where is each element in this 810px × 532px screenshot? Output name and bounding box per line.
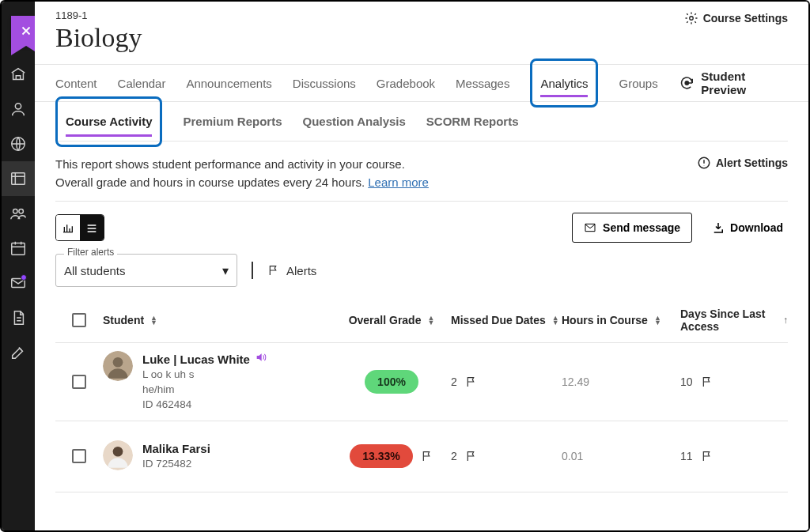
col-header-days[interactable]: Days Since Last Access ↑	[680, 308, 788, 333]
filter-legend: Filter alerts	[64, 247, 117, 258]
course-tabs: Content Calendar Announcements Discussio…	[35, 64, 808, 102]
download-label: Download	[730, 221, 783, 234]
send-message-button[interactable]: Send message	[572, 213, 692, 243]
flag-icon	[465, 375, 478, 388]
course-settings-button[interactable]: Course Settings	[684, 11, 788, 25]
learn-more-link[interactable]: Learn more	[368, 175, 429, 189]
table-row: Luke | Lucas White L oo k uh s he/him ID…	[55, 343, 788, 421]
svg-rect-2	[12, 173, 25, 185]
student-preview-button[interactable]: Student Preview	[679, 70, 788, 96]
vertical-divider	[252, 262, 253, 279]
subtab-course-activity[interactable]: Course Activity	[66, 102, 152, 141]
nav-institution-icon[interactable]	[2, 57, 35, 92]
nav-calendar-icon[interactable]	[2, 231, 35, 266]
missed-count: 2	[451, 450, 457, 462]
table-header-row: Student ▲▼ Overall Grade ▲▼ Missed Due D…	[55, 308, 788, 343]
tab-announcements[interactable]: Announcements	[186, 64, 271, 102]
tab-gradebook[interactable]: Gradebook	[377, 64, 435, 102]
analytics-subtabs: Course Activity Premium Reports Question…	[55, 102, 788, 141]
student-id: ID 725482	[142, 457, 210, 472]
tab-discussions[interactable]: Discussions	[293, 64, 356, 102]
chevron-down-icon: ▾	[222, 263, 229, 278]
nav-content-icon[interactable]	[2, 161, 35, 196]
filter-alerts-select[interactable]: Filter alerts All students ▾	[55, 254, 237, 287]
student-id: ID 462484	[142, 398, 267, 413]
avatar	[103, 351, 133, 381]
download-button[interactable]: Download	[706, 220, 788, 236]
gear-icon	[684, 11, 698, 25]
svg-point-13	[113, 447, 123, 457]
view-toggle	[55, 214, 104, 241]
nav-document-icon[interactable]	[2, 300, 35, 335]
nav-globe-icon[interactable]	[2, 126, 35, 161]
alerts-label: Alerts	[286, 264, 316, 277]
student-name[interactable]: Malika Farsi	[142, 440, 210, 457]
subtab-scorm-reports[interactable]: SCORM Reports	[426, 102, 519, 141]
alert-settings-label: Alert Settings	[716, 157, 788, 169]
col-header-missed[interactable]: Missed Due Dates ▲▼	[451, 314, 562, 326]
grade-pill: 100%	[365, 370, 418, 394]
nav-profile-icon[interactable]	[2, 92, 35, 126]
filter-value: All students	[64, 264, 126, 277]
svg-point-4	[19, 209, 23, 214]
svg-point-3	[13, 209, 17, 214]
highlight-analytics-tab: Analytics	[530, 58, 598, 108]
missed-count: 2	[451, 375, 457, 388]
svg-point-8	[685, 81, 688, 85]
alert-settings-button[interactable]: Alert Settings	[697, 156, 788, 170]
row-checkbox[interactable]	[72, 375, 86, 389]
view-chart-button[interactable]	[56, 215, 80, 241]
col-header-hours[interactable]: Hours in Course ▲▼	[562, 314, 680, 326]
pronunciation-icon[interactable]	[255, 351, 267, 368]
course-settings-label: Course Settings	[703, 12, 788, 25]
flag-icon	[465, 450, 478, 462]
days-value: 11	[680, 450, 693, 462]
course-code: 1189-1	[55, 9, 142, 21]
avatar	[103, 440, 133, 470]
sort-icon: ▲▼	[552, 315, 559, 325]
report-desc-line2: Overall grade and hours in course update…	[55, 175, 368, 189]
flag-icon	[421, 450, 433, 462]
tab-analytics[interactable]: Analytics	[540, 64, 588, 102]
hours-value: 12.49	[562, 375, 589, 388]
select-all-checkbox[interactable]	[72, 313, 86, 327]
student-preview-label: Student Preview	[701, 70, 788, 96]
student-pronouns: he/him	[142, 383, 267, 398]
grade-pill: 13.33%	[350, 444, 412, 468]
flag-icon	[701, 450, 713, 462]
svg-rect-5	[12, 243, 25, 255]
report-description: This report shows student performance an…	[55, 156, 429, 191]
tab-messages[interactable]: Messages	[456, 64, 509, 102]
svg-point-11	[113, 357, 123, 368]
sort-asc-icon: ↑	[783, 315, 788, 326]
nav-compose-icon[interactable]	[2, 335, 35, 370]
nav-messages-icon[interactable]	[2, 266, 35, 300]
alerts-button[interactable]: Alerts	[267, 264, 316, 277]
svg-point-0	[15, 104, 21, 109]
messages-badge-icon	[21, 274, 27, 281]
view-list-button[interactable]	[80, 215, 104, 241]
tab-content[interactable]: Content	[55, 64, 97, 102]
student-name[interactable]: Luke | Lucas White	[142, 351, 250, 368]
alert-icon	[697, 156, 711, 170]
subtab-premium-reports[interactable]: Premium Reports	[183, 102, 282, 141]
send-message-label: Send message	[603, 221, 680, 234]
col-header-grade[interactable]: Overall Grade ▲▼	[332, 314, 451, 326]
tab-calendar[interactable]: Calendar	[118, 64, 166, 102]
list-icon	[85, 222, 98, 235]
student-pronunciation: L oo k uh s	[142, 368, 267, 383]
flag-icon	[701, 375, 713, 388]
tab-groups[interactable]: Groups	[619, 64, 657, 102]
envelope-icon	[584, 221, 596, 234]
subtab-question-analysis[interactable]: Question Analysis	[303, 102, 406, 141]
sort-icon: ▲▼	[427, 315, 434, 325]
preview-cycle-icon	[679, 74, 695, 92]
table-row: Malika Farsi ID 725482 13.33% 2 0.01 11	[55, 421, 788, 492]
nav-people-icon[interactable]	[2, 196, 35, 231]
col-header-student[interactable]: Student ▲▼	[103, 314, 332, 326]
report-desc-line1: This report shows student performance an…	[55, 156, 429, 174]
course-title: Biology	[55, 23, 142, 53]
hours-value: 0.01	[562, 450, 583, 462]
row-checkbox[interactable]	[72, 449, 86, 463]
download-icon	[711, 221, 725, 235]
